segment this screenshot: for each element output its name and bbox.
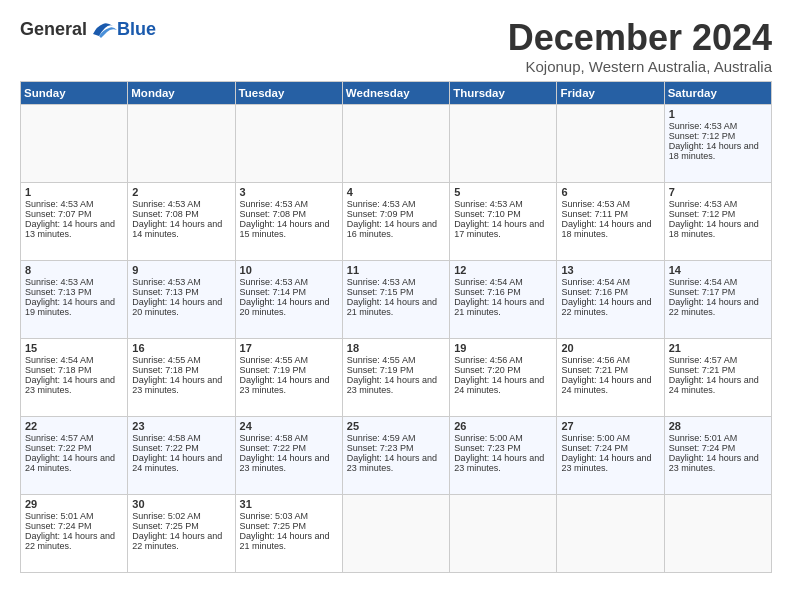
calendar-row: 8Sunrise: 4:53 AMSunset: 7:13 PMDaylight…: [21, 260, 772, 338]
sunset: Sunset: 7:19 PM: [240, 365, 307, 375]
sunset: Sunset: 7:25 PM: [132, 521, 199, 531]
sunset: Sunset: 7:19 PM: [347, 365, 414, 375]
sunset: Sunset: 7:18 PM: [132, 365, 199, 375]
sunrise: Sunrise: 4:53 AM: [454, 199, 523, 209]
sunset: Sunset: 7:17 PM: [669, 287, 736, 297]
sunrise: Sunrise: 4:53 AM: [240, 199, 309, 209]
sunset: Sunset: 7:25 PM: [240, 521, 307, 531]
title-area: December 2024 Kojonup, Western Australia…: [508, 18, 772, 75]
day-number: 16: [132, 342, 230, 354]
daylight: Daylight: 14 hours and 18 minutes.: [669, 141, 759, 161]
daylight: Daylight: 14 hours and 22 minutes.: [669, 297, 759, 317]
daylight: Daylight: 14 hours and 17 minutes.: [454, 219, 544, 239]
day-number: 11: [347, 264, 445, 276]
daylight: Daylight: 14 hours and 18 minutes.: [669, 219, 759, 239]
day-number: 15: [25, 342, 123, 354]
table-row: [664, 494, 771, 572]
sunset: Sunset: 7:08 PM: [240, 209, 307, 219]
sunset: Sunset: 7:22 PM: [240, 443, 307, 453]
sunrise: Sunrise: 4:53 AM: [25, 277, 94, 287]
sunset: Sunset: 7:20 PM: [454, 365, 521, 375]
daylight: Daylight: 14 hours and 24 minutes.: [454, 375, 544, 395]
sunset: Sunset: 7:22 PM: [25, 443, 92, 453]
table-row: 17Sunrise: 4:55 AMSunset: 7:19 PMDayligh…: [235, 338, 342, 416]
day-number: 1: [25, 186, 123, 198]
day-number: 26: [454, 420, 552, 432]
sunset: Sunset: 7:13 PM: [132, 287, 199, 297]
table-row: 30Sunrise: 5:02 AMSunset: 7:25 PMDayligh…: [128, 494, 235, 572]
day-number: 17: [240, 342, 338, 354]
table-row: 22Sunrise: 4:57 AMSunset: 7:22 PMDayligh…: [21, 416, 128, 494]
table-row: 6Sunrise: 4:53 AMSunset: 7:11 PMDaylight…: [557, 182, 664, 260]
daylight: Daylight: 14 hours and 19 minutes.: [25, 297, 115, 317]
sunrise: Sunrise: 4:57 AM: [25, 433, 94, 443]
day-number: 19: [454, 342, 552, 354]
sunrise: Sunrise: 4:53 AM: [347, 277, 416, 287]
sunrise: Sunrise: 4:58 AM: [132, 433, 201, 443]
table-row: 28Sunrise: 5:01 AMSunset: 7:24 PMDayligh…: [664, 416, 771, 494]
day-number: 18: [347, 342, 445, 354]
daylight: Daylight: 14 hours and 14 minutes.: [132, 219, 222, 239]
daylight: Daylight: 14 hours and 24 minutes.: [561, 375, 651, 395]
sunrise: Sunrise: 5:01 AM: [25, 511, 94, 521]
table-row: 25Sunrise: 4:59 AMSunset: 7:23 PMDayligh…: [342, 416, 449, 494]
day-number: 5: [454, 186, 552, 198]
sunrise: Sunrise: 5:03 AM: [240, 511, 309, 521]
table-row: 10Sunrise: 4:53 AMSunset: 7:14 PMDayligh…: [235, 260, 342, 338]
sunrise: Sunrise: 4:53 AM: [561, 199, 630, 209]
table-row: [342, 104, 449, 182]
logo-blue: Blue: [117, 19, 156, 40]
daylight: Daylight: 14 hours and 23 minutes.: [240, 453, 330, 473]
sunset: Sunset: 7:24 PM: [561, 443, 628, 453]
daylight: Daylight: 14 hours and 24 minutes.: [669, 375, 759, 395]
table-row: 14Sunrise: 4:54 AMSunset: 7:17 PMDayligh…: [664, 260, 771, 338]
table-row: 24Sunrise: 4:58 AMSunset: 7:22 PMDayligh…: [235, 416, 342, 494]
daylight: Daylight: 14 hours and 24 minutes.: [132, 453, 222, 473]
table-row: [128, 104, 235, 182]
table-row: 19Sunrise: 4:56 AMSunset: 7:20 PMDayligh…: [450, 338, 557, 416]
daylight: Daylight: 14 hours and 21 minutes.: [240, 531, 330, 551]
calendar-row: 1Sunrise: 4:53 AMSunset: 7:07 PMDaylight…: [21, 182, 772, 260]
sunrise: Sunrise: 4:53 AM: [25, 199, 94, 209]
daylight: Daylight: 14 hours and 23 minutes.: [454, 453, 544, 473]
sunrise: Sunrise: 5:02 AM: [132, 511, 201, 521]
daylight: Daylight: 14 hours and 13 minutes.: [25, 219, 115, 239]
table-row: 11Sunrise: 4:53 AMSunset: 7:15 PMDayligh…: [342, 260, 449, 338]
table-row: 20Sunrise: 4:56 AMSunset: 7:21 PMDayligh…: [557, 338, 664, 416]
table-row: 7Sunrise: 4:53 AMSunset: 7:12 PMDaylight…: [664, 182, 771, 260]
table-row: 29Sunrise: 5:01 AMSunset: 7:24 PMDayligh…: [21, 494, 128, 572]
col-tuesday: Tuesday: [235, 81, 342, 104]
sunset: Sunset: 7:24 PM: [25, 521, 92, 531]
daylight: Daylight: 14 hours and 20 minutes.: [132, 297, 222, 317]
day-number: 6: [561, 186, 659, 198]
col-wednesday: Wednesday: [342, 81, 449, 104]
table-row: 31Sunrise: 5:03 AMSunset: 7:25 PMDayligh…: [235, 494, 342, 572]
table-row: 15Sunrise: 4:54 AMSunset: 7:18 PMDayligh…: [21, 338, 128, 416]
daylight: Daylight: 14 hours and 15 minutes.: [240, 219, 330, 239]
day-number: 2: [132, 186, 230, 198]
sunrise: Sunrise: 4:55 AM: [132, 355, 201, 365]
daylight: Daylight: 14 hours and 21 minutes.: [347, 297, 437, 317]
day-number: 25: [347, 420, 445, 432]
header-row: Sunday Monday Tuesday Wednesday Thursday…: [21, 81, 772, 104]
table-row: [450, 494, 557, 572]
table-row: 3Sunrise: 4:53 AMSunset: 7:08 PMDaylight…: [235, 182, 342, 260]
sunset: Sunset: 7:11 PM: [561, 209, 628, 219]
day-number: 29: [25, 498, 123, 510]
header: General Blue December 2024 Kojonup, West…: [20, 18, 772, 75]
day-number: 22: [25, 420, 123, 432]
table-row: [342, 494, 449, 572]
day-number: 20: [561, 342, 659, 354]
sunset: Sunset: 7:15 PM: [347, 287, 414, 297]
daylight: Daylight: 14 hours and 18 minutes.: [561, 219, 651, 239]
daylight: Daylight: 14 hours and 16 minutes.: [347, 219, 437, 239]
sunrise: Sunrise: 4:54 AM: [454, 277, 523, 287]
month-title: December 2024: [508, 18, 772, 58]
daylight: Daylight: 14 hours and 24 minutes.: [25, 453, 115, 473]
table-row: [557, 104, 664, 182]
day-number: 23: [132, 420, 230, 432]
logo-area: General Blue: [20, 18, 156, 40]
sunset: Sunset: 7:07 PM: [25, 209, 92, 219]
day-number: 28: [669, 420, 767, 432]
col-friday: Friday: [557, 81, 664, 104]
